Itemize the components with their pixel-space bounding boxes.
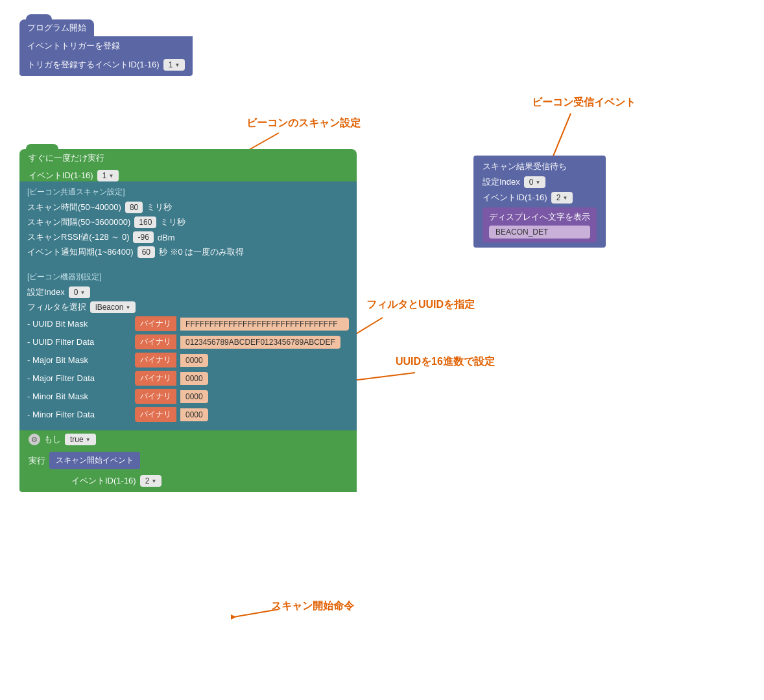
major-filterdata-value[interactable]: 0000 (180, 372, 208, 385)
filter-select-row: フィルタを選択 iBeacon (27, 301, 349, 313)
program-start-block: プログラム開始 イベントトリガーを登録 トリガを登録するイベントID(1-16)… (19, 19, 193, 76)
annotation-uuid-hex: UUIDを16進数で設定 (396, 355, 495, 369)
major-bitmask-bin-label: バイナリ (135, 353, 176, 368)
minor-bitmask-row: - Minor Bit Mask バイナリ 0000 (27, 389, 349, 404)
annotation-scan-start: スキャン開始命令 (271, 600, 354, 613)
minor-filterdata-value[interactable]: 0000 (180, 408, 208, 421)
major-filterdata-bin-label: バイナリ (135, 371, 176, 386)
uuid-bitmask-bin-label: バイナリ (135, 316, 176, 331)
uuid-bitmask-value[interactable]: FFFFFFFFFFFFFFFFFFFFFFFFFFFFFFFF (180, 318, 349, 331)
gear-icon: ⚙ (29, 434, 40, 445)
major-bitmask-value[interactable]: 0000 (180, 354, 208, 367)
display-text-value[interactable]: BEACON_DET (489, 226, 590, 239)
scan-rssi-row: スキャンRSSI値(-128 ～ 0) -96 dBm (27, 231, 349, 243)
scan-rssi-value[interactable]: -96 (133, 231, 153, 243)
uuid-filterdata-value[interactable]: 0123456789ABCDEF0123456789ABCDEF (180, 336, 340, 349)
minor-bitmask-value[interactable]: 0000 (180, 390, 208, 403)
scan-notify-row: イベント通知周期(1~86400) 60 秒 ※0 は一度のみ取得 (27, 246, 349, 258)
scan-time-value[interactable]: 80 (125, 202, 143, 213)
trigger-id-dropdown[interactable]: 1 (163, 59, 185, 71)
event-trigger-row: イベントトリガーを登録 (19, 36, 193, 56)
annotation-filter-uuid: フィルタとUUIDを指定 (366, 298, 475, 312)
device-settings-section: [ビーコン機器別設定] 設定Index 0 フィルタを選択 iBeacon - … (19, 266, 357, 430)
scan-interval-row: スキャン間隔(50~3600000) 160 ミリ秒 (27, 216, 349, 228)
condition-row: ⚙ もし true (19, 430, 357, 449)
execute-row: 実行 スキャン開始イベント (19, 449, 357, 472)
display-block: ディスプレイへ文字を表示 BEACON_DET (483, 207, 597, 242)
right-index-dropdown[interactable]: 0 (524, 176, 546, 188)
uuid-bitmask-row: - UUID Bit Mask バイナリ FFFFFFFFFFFFFFFFFFF… (27, 316, 349, 331)
condition-value-dropdown[interactable]: true (65, 434, 96, 445)
minor-filterdata-row: - Minor Filter Data バイナリ 0000 (27, 407, 349, 422)
execute-once-hat: すぐに一度だけ実行 (19, 149, 357, 167)
annotation-beacon-scan: ビーコンのスキャン設定 (246, 117, 361, 130)
execute-event-id-row: イベントID(1-16) 2 (19, 472, 357, 492)
uuid-filterdata-bin-label: バイナリ (135, 334, 176, 349)
scan-interval-value[interactable]: 160 (134, 216, 156, 228)
scan-time-row: スキャン時間(50~40000) 80 ミリ秒 (27, 202, 349, 213)
main-event-id-dropdown[interactable]: 1 (97, 170, 119, 181)
svg-marker-9 (231, 614, 236, 620)
right-index-row: 設定Index 0 (483, 176, 597, 188)
trigger-event-id-row: トリガを登録するイベントID(1-16) 1 (19, 56, 193, 76)
minor-bitmask-bin-label: バイナリ (135, 389, 176, 404)
right-event-id-row: イベントID(1-16) 2 (483, 192, 597, 204)
scan-notify-value[interactable]: 60 (137, 246, 155, 258)
right-block: スキャン結果受信待ち 設定Index 0 イベントID(1-16) 2 ディスプ… (473, 156, 606, 248)
right-event-id-dropdown[interactable]: 2 (551, 192, 573, 204)
uuid-filterdata-row: - UUID Filter Data バイナリ 0123456789ABCDEF… (27, 334, 349, 349)
device-index-dropdown[interactable]: 0 (69, 286, 91, 298)
device-section-label: [ビーコン機器別設定] (27, 272, 349, 283)
hat-program-start: プログラム開始 (19, 19, 94, 36)
device-index-row: 設定Index 0 (27, 286, 349, 298)
main-block: すぐに一度だけ実行 イベントID(1-16) 1 [ビーコン共通スキャン設定] … (19, 149, 357, 492)
svg-line-2 (551, 113, 571, 161)
annotation-beacon-receive: ビーコン受信イベント (532, 96, 636, 110)
major-bitmask-row: - Major Bit Mask バイナリ 0000 (27, 353, 349, 368)
filter-value-dropdown[interactable]: iBeacon (90, 301, 136, 313)
scan-start-event-block: スキャン開始イベント (49, 452, 140, 469)
major-filterdata-row: - Major Filter Data バイナリ 0000 (27, 371, 349, 386)
main-event-id-row: イベントID(1-16) 1 (19, 167, 357, 181)
scan-section-label: [ビーコン共通スキャン設定] (27, 187, 349, 198)
scan-wait-row: スキャン結果受信待ち (483, 161, 597, 172)
scan-settings-section: [ビーコン共通スキャン設定] スキャン時間(50~40000) 80 ミリ秒 ス… (19, 181, 357, 266)
scan-result-block: スキャン結果受信待ち 設定Index 0 イベントID(1-16) 2 ディスプ… (473, 156, 606, 248)
execute-event-id-dropdown[interactable]: 2 (140, 475, 162, 487)
minor-filterdata-bin-label: バイナリ (135, 407, 176, 422)
